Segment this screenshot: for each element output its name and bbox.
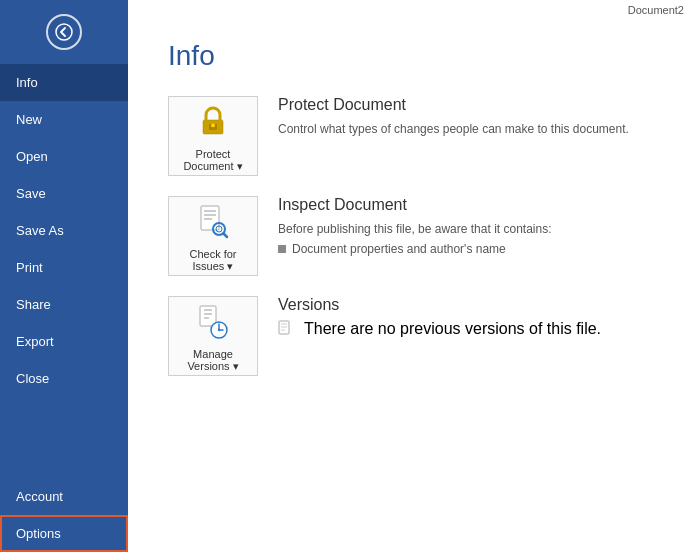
- sidebar-item-share[interactable]: Share: [0, 286, 128, 323]
- protect-document-button[interactable]: ProtectDocument ▾: [168, 96, 258, 176]
- sidebar-nav: Info New Open Save Save As Print Share E…: [0, 64, 128, 552]
- sidebar-item-open[interactable]: Open: [0, 138, 128, 175]
- check-issues-icon: [191, 200, 235, 244]
- versions-small-icon: [278, 320, 296, 338]
- inspect-list-item-text: Document properties and author's name: [292, 242, 506, 256]
- sidebar-item-export[interactable]: Export: [0, 323, 128, 360]
- protect-button-label: ProtectDocument ▾: [183, 148, 242, 173]
- manage-versions-button[interactable]: ManageVersions ▾: [168, 296, 258, 376]
- page-title: Info: [168, 40, 656, 72]
- main-content: Document2 Info ProtectDocument ▾ Protect…: [128, 0, 696, 552]
- protect-document-title: Protect Document: [278, 96, 629, 114]
- manage-versions-icon: [191, 300, 235, 344]
- inspect-document-card: Check forIssues ▾ Inspect Document Befor…: [168, 196, 656, 276]
- svg-rect-4: [212, 127, 214, 130]
- svg-line-10: [224, 233, 228, 237]
- svg-rect-13: [204, 309, 212, 311]
- versions-title: Versions: [278, 296, 601, 314]
- document-title: Document2: [628, 4, 684, 16]
- sidebar-item-account[interactable]: Account: [0, 478, 128, 515]
- sidebar-item-options[interactable]: Options: [0, 515, 128, 552]
- protect-document-text: Protect Document Control what types of c…: [278, 96, 629, 138]
- versions-card: ManageVersions ▾ Versions There are no p…: [168, 296, 656, 376]
- versions-text: Versions There are no previous versions …: [278, 296, 601, 338]
- check-issues-label: Check forIssues ▾: [189, 248, 236, 273]
- back-arrow-icon: [46, 14, 82, 50]
- sidebar-item-close[interactable]: Close: [0, 360, 128, 397]
- sidebar-item-info[interactable]: Info: [0, 64, 128, 101]
- content-area: Info ProtectDocument ▾ Protect Document …: [128, 20, 696, 552]
- svg-rect-14: [204, 313, 212, 315]
- inspect-list-item: Document properties and author's name: [278, 242, 552, 256]
- protect-document-card: ProtectDocument ▾ Protect Document Contr…: [168, 96, 656, 176]
- bullet-icon: [278, 245, 286, 253]
- sidebar-bottom: Account Options: [0, 478, 128, 552]
- inspect-document-list: Document properties and author's name: [278, 242, 552, 256]
- svg-point-0: [56, 24, 72, 40]
- svg-rect-5: [201, 206, 219, 230]
- inspect-document-text: Inspect Document Before publishing this …: [278, 196, 552, 256]
- sidebar-item-save-as[interactable]: Save As: [0, 212, 128, 249]
- titlebar: Document2: [128, 0, 696, 20]
- check-issues-button[interactable]: Check forIssues ▾: [168, 196, 258, 276]
- sidebar-item-new[interactable]: New: [0, 101, 128, 138]
- svg-rect-15: [204, 317, 209, 319]
- versions-no-previous: There are no previous versions of this f…: [304, 320, 601, 338]
- svg-point-3: [211, 123, 215, 127]
- svg-point-19: [218, 328, 220, 330]
- sidebar-item-save[interactable]: Save: [0, 175, 128, 212]
- manage-versions-label: ManageVersions ▾: [187, 348, 238, 373]
- sidebar-item-print[interactable]: Print: [0, 249, 128, 286]
- inspect-document-desc: Before publishing this file, be aware th…: [278, 220, 552, 238]
- protect-document-icon: [191, 100, 235, 144]
- versions-detail: There are no previous versions of this f…: [278, 320, 601, 338]
- inspect-document-title: Inspect Document: [278, 196, 552, 214]
- back-button[interactable]: [0, 0, 128, 64]
- sidebar: Info New Open Save Save As Print Share E…: [0, 0, 128, 552]
- protect-document-desc: Control what types of changes people can…: [278, 120, 629, 138]
